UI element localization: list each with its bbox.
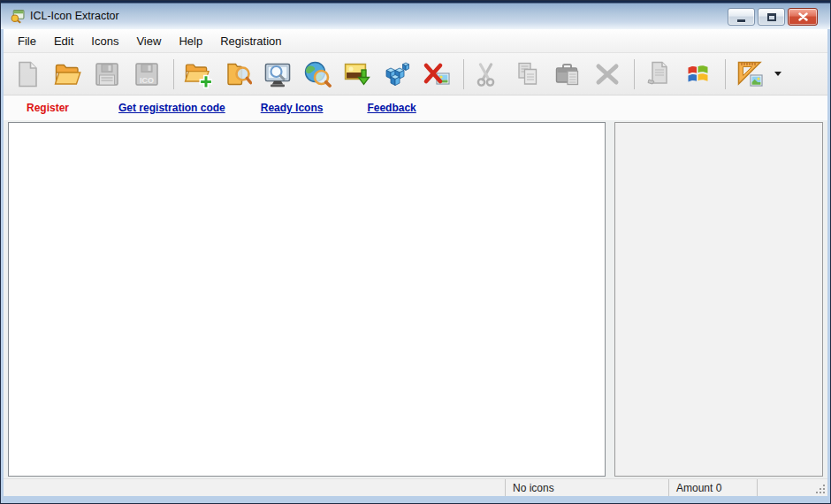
menu-item-edit[interactable]: Edit xyxy=(45,29,82,52)
resize-grip[interactable] xyxy=(815,484,826,494)
icon-list-panel[interactable] xyxy=(8,122,606,477)
status-amount-text: Amount 0 xyxy=(676,482,721,494)
delete-button xyxy=(589,55,626,94)
toolbar-separator xyxy=(463,59,464,89)
status-section-amount: Amount 0 xyxy=(668,479,757,496)
open-file-icon xyxy=(53,60,81,88)
delete-icon xyxy=(593,60,621,88)
status-section-grip xyxy=(757,479,827,496)
new-document-icon xyxy=(13,60,42,88)
add-files-icon xyxy=(184,60,212,88)
export-document-button xyxy=(640,55,677,94)
icon-editor-dropdown-arrow[interactable] xyxy=(771,55,785,94)
paste-icon xyxy=(553,60,582,88)
windows-icons-icon xyxy=(684,60,713,88)
app-window: ICL-Icon Extractor FileEditIconsViewHelp… xyxy=(0,0,831,504)
icon-editor-icon xyxy=(736,60,764,88)
extract-images-button[interactable] xyxy=(339,55,376,94)
delete-images-button[interactable] xyxy=(418,55,455,94)
search-folders-icon xyxy=(224,60,252,88)
save-as-ico-icon: ICO xyxy=(133,60,161,88)
windows-icons-button[interactable] xyxy=(680,55,717,94)
close-icon xyxy=(798,12,808,21)
toolbar-separator xyxy=(173,59,174,89)
svg-text:ICO: ICO xyxy=(140,76,154,85)
export-document-icon xyxy=(644,60,673,88)
preview-panel xyxy=(614,122,823,477)
status-bar: No icons Amount 0 xyxy=(4,478,827,496)
menu-item-file[interactable]: File xyxy=(9,29,45,52)
maximize-icon xyxy=(767,13,776,21)
toolbar-separator xyxy=(634,59,635,89)
chevron-down-icon xyxy=(774,72,781,76)
toolbar: ICO xyxy=(4,53,827,95)
status-icons-text: No icons xyxy=(513,482,554,494)
link-get-registration-code[interactable]: Get registration code xyxy=(118,102,225,114)
link-feedback[interactable]: Feedback xyxy=(367,102,416,114)
minimize-icon xyxy=(737,19,745,22)
copy-button xyxy=(509,55,546,94)
search-internet-icon xyxy=(303,60,332,88)
open-file-button[interactable] xyxy=(49,55,86,94)
copy-icon xyxy=(514,60,542,88)
extract-images-icon xyxy=(343,60,371,88)
title-bar[interactable]: ICL-Icon Extractor xyxy=(1,1,830,29)
menu-bar: FileEditIconsViewHelpRegistration xyxy=(4,29,827,53)
paste-button xyxy=(549,55,586,94)
window-controls xyxy=(728,8,818,26)
client-area: FileEditIconsViewHelpRegistration ICO Re… xyxy=(4,29,827,496)
delete-images-icon xyxy=(423,60,451,88)
menu-item-help[interactable]: Help xyxy=(170,29,211,52)
status-section-icons: No icons xyxy=(505,479,668,496)
save-as-ico-button: ICO xyxy=(128,55,165,94)
window-title: ICL-Icon Extractor xyxy=(30,10,119,22)
link-register[interactable]: Register xyxy=(27,102,69,114)
menu-item-icons[interactable]: Icons xyxy=(82,29,127,52)
link-ready-icons[interactable]: Ready Icons xyxy=(261,102,324,114)
workspace xyxy=(4,120,827,478)
cut-button xyxy=(469,55,507,94)
toolbar-separator xyxy=(725,59,726,89)
cut-icon xyxy=(474,60,502,88)
extract-libraries-icon xyxy=(383,60,411,88)
menu-item-view[interactable]: View xyxy=(127,29,170,52)
search-computer-icon xyxy=(263,60,292,88)
links-bar: RegisterGet registration codeReady Icons… xyxy=(4,95,827,120)
search-internet-button[interactable] xyxy=(299,55,336,94)
status-section-general xyxy=(4,479,505,496)
icon-editor-button[interactable] xyxy=(731,55,768,94)
panel-splitter[interactable] xyxy=(606,122,614,477)
save-icon xyxy=(93,60,121,88)
search-folders-button[interactable] xyxy=(219,55,256,94)
search-computer-button[interactable] xyxy=(259,55,296,94)
minimize-button[interactable] xyxy=(728,8,755,26)
menu-item-registration[interactable]: Registration xyxy=(211,29,290,52)
add-files-button[interactable] xyxy=(179,55,217,94)
close-button[interactable] xyxy=(788,8,818,26)
extract-libraries-button[interactable] xyxy=(378,55,416,94)
maximize-button[interactable] xyxy=(758,8,785,26)
app-icon xyxy=(10,9,25,24)
new-document-button xyxy=(9,55,46,94)
save-button xyxy=(88,55,126,94)
